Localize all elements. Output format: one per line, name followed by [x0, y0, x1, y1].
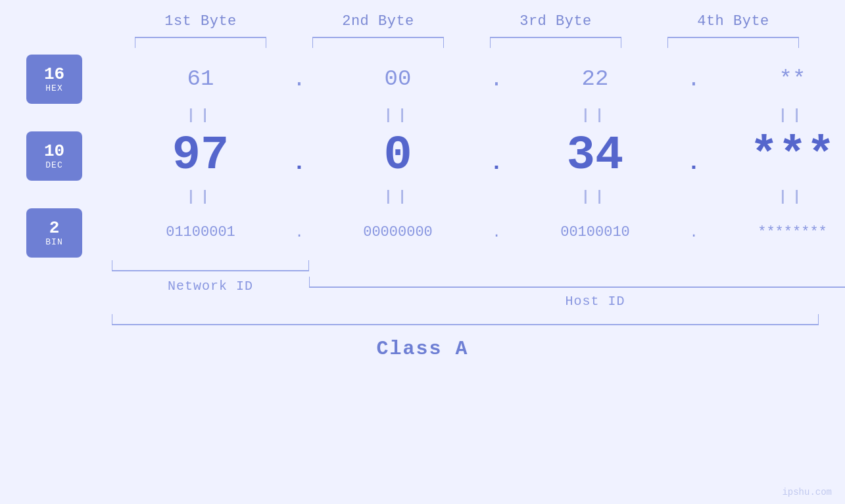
bracket-byte1	[112, 36, 289, 49]
bin-byte3: 00100010	[506, 218, 684, 248]
equals-row-2: || || || ||	[26, 185, 819, 208]
hex-byte2: 00	[309, 59, 487, 99]
top-brackets	[26, 36, 819, 49]
byte2-header: 2nd Byte	[289, 13, 467, 30]
network-id-label: Network ID	[112, 279, 309, 294]
dec-dot2: .	[487, 137, 506, 175]
hex-byte1: 61	[112, 59, 289, 99]
equals-1: ||	[112, 107, 289, 124]
bin-dot2: .	[487, 225, 506, 241]
watermark: ipshu.com	[782, 487, 832, 497]
byte-headers-row: 1st Byte 2nd Byte 3rd Byte 4th Byte	[26, 13, 819, 30]
equals-6: ||	[309, 189, 487, 205]
byte1-header: 1st Byte	[112, 13, 289, 30]
class-label: Class A	[26, 338, 819, 360]
dec-byte2: 0	[309, 127, 487, 185]
byte3-header: 3rd Byte	[467, 13, 644, 30]
bottom-bracket	[26, 313, 819, 326]
bin-dot3: .	[684, 225, 704, 241]
dec-dot1: .	[289, 137, 309, 175]
bin-byte1: 01100001	[112, 218, 289, 248]
bracket-byte3	[467, 36, 644, 49]
bin-row: 2 BIN 01100001 . 00000000 . 00100010 . *…	[26, 208, 819, 258]
sub-brackets	[26, 259, 819, 273]
hex-dot3: .	[684, 67, 704, 92]
equals-8: ||	[704, 189, 845, 205]
dec-byte4: ***	[704, 127, 845, 185]
equals-row-1: || || || ||	[26, 104, 819, 127]
hex-dot2: .	[487, 67, 506, 92]
bracket-byte2	[289, 36, 467, 49]
equals-7: ||	[506, 189, 684, 205]
hex-row: 16 HEX 61 . 00 . 22 . **	[26, 55, 819, 104]
bin-badge: 2 BIN	[26, 208, 82, 258]
equals-5: ||	[112, 189, 289, 205]
equals-4: ||	[704, 107, 845, 124]
byte4-header: 4th Byte	[644, 13, 822, 30]
dec-byte3: 34	[506, 127, 684, 185]
hex-byte4: **	[704, 59, 845, 99]
bin-byte2: 00000000	[309, 218, 487, 248]
dec-badge: 10 DEC	[26, 131, 82, 181]
host-id-label: Host ID	[309, 294, 845, 309]
bracket-byte4	[644, 36, 822, 49]
hex-dot1: .	[289, 67, 309, 92]
main-container: 1st Byte 2nd Byte 3rd Byte 4th Byte 16 H…	[0, 0, 845, 504]
bin-dot1: .	[289, 225, 309, 241]
dec-dot3: .	[684, 137, 704, 175]
id-labels: Network ID Host ID	[26, 279, 819, 309]
bin-byte4: ********	[704, 218, 845, 248]
equals-2: ||	[309, 107, 487, 124]
hex-badge: 16 HEX	[26, 55, 82, 104]
dec-row: 10 DEC 97 . 0 . 34 . ***	[26, 127, 819, 185]
equals-3: ||	[506, 107, 684, 124]
hex-byte3: 22	[506, 59, 684, 99]
dec-byte1: 97	[112, 127, 289, 185]
network-id-bracket	[112, 259, 309, 275]
